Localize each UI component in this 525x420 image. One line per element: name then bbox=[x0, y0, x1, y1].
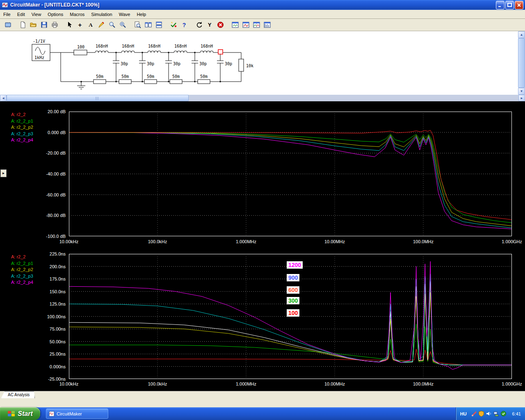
legend-a-r2-2-p4[interactable]: A: r2_2_p4 bbox=[11, 137, 33, 142]
menu-edit[interactable]: Edit bbox=[14, 11, 28, 18]
pane-expand-button[interactable]: ► bbox=[0, 169, 7, 177]
stop-icon bbox=[217, 21, 224, 28]
x-tick-label: 1.000MHz bbox=[231, 381, 261, 386]
toolbar-wire-button[interactable]: + bbox=[75, 20, 85, 30]
schematic-hscrollbar[interactable]: ◄ ► bbox=[0, 95, 525, 101]
legend-a-r2-2-p3[interactable]: A: r2_2_p3 bbox=[11, 131, 33, 136]
y-tick-label: 150.0ns bbox=[40, 289, 66, 294]
volume-icon[interactable] bbox=[486, 411, 492, 417]
minimize-button[interactable] bbox=[496, 1, 504, 9]
close-button[interactable] bbox=[515, 1, 523, 9]
save-icon bbox=[41, 21, 48, 28]
scroll-right-icon[interactable]: ► bbox=[518, 95, 525, 101]
tab-ac-analysis[interactable]: AC Analysis bbox=[1, 391, 35, 399]
toolbar-save-button[interactable] bbox=[39, 20, 49, 30]
circuitmaker-window: CircuitMaker - [UNTITLED.CKT* 100%] File… bbox=[0, 0, 525, 420]
scope-4-icon bbox=[264, 21, 271, 28]
title-bar: CircuitMaker - [UNTITLED.CKT* 100%] bbox=[0, 0, 525, 10]
language-indicator[interactable]: HU bbox=[460, 411, 467, 416]
toolbar-open-button[interactable] bbox=[28, 20, 39, 30]
menu-help[interactable]: Help bbox=[133, 11, 149, 18]
magnitude-plot[interactable] bbox=[69, 112, 512, 236]
task-button-circuitmaker[interactable]: CircuitMaker bbox=[46, 409, 108, 419]
toolbar-help-button[interactable]: ? bbox=[179, 20, 189, 30]
toolbar-scope-3-button[interactable] bbox=[251, 20, 262, 30]
toolbar-new-button[interactable] bbox=[17, 20, 28, 30]
maximize-button[interactable] bbox=[505, 1, 514, 9]
y-tick-label: -100.0 dB bbox=[40, 234, 66, 239]
schematic-canvas[interactable]: -1/1V1kHz100168nH168nH168nH168nH168nH30p… bbox=[0, 31, 525, 95]
legend-a-r2-2-p1[interactable]: A: r2_2_p1 bbox=[11, 261, 33, 266]
toolbar-zoom-select-button[interactable] bbox=[117, 20, 128, 30]
delay-annotation-1200[interactable]: 1200 bbox=[287, 261, 303, 269]
delay-annotation-100[interactable]: 100 bbox=[287, 309, 299, 317]
y-tick-label: 0.000ns bbox=[40, 364, 66, 369]
legend-a-r2-2-p3[interactable]: A: r2_2_p3 bbox=[11, 274, 33, 278]
toolbar-probe-y-button[interactable]: Y bbox=[204, 20, 215, 30]
toolbar-split-v-button[interactable] bbox=[153, 20, 164, 30]
menu-bar: FileEditViewOptionsMacrosSimulationWaveH… bbox=[0, 10, 525, 19]
scope-3-icon bbox=[253, 21, 260, 28]
legend-a-r2-2[interactable]: A: r2_2 bbox=[11, 254, 25, 259]
y-tick-label: -25.00ns bbox=[40, 377, 66, 381]
toolbar-scope-1-button[interactable] bbox=[230, 20, 240, 30]
start-label: Start bbox=[18, 410, 32, 418]
toolbar-probe-button[interactable] bbox=[96, 20, 107, 30]
clock[interactable]: 6:41 bbox=[512, 411, 521, 416]
zoom-fit-icon bbox=[134, 21, 141, 28]
menu-wave[interactable]: Wave bbox=[116, 11, 134, 18]
toolbar-zoom-button[interactable] bbox=[107, 20, 117, 30]
toolbar-scope-4-button[interactable] bbox=[262, 20, 272, 30]
y-tick-label: 50.00ns bbox=[40, 339, 66, 344]
scroll-left-icon[interactable]: ◄ bbox=[0, 95, 7, 101]
probe-node-marker[interactable] bbox=[218, 50, 223, 54]
trace-r2_2 bbox=[69, 349, 512, 365]
x-tick-label: 100.0kHz bbox=[143, 239, 172, 244]
y-tick-label: 0.000 dB bbox=[40, 130, 66, 135]
legend-a-r2-2-p2[interactable]: A: r2_2_p2 bbox=[11, 267, 33, 272]
trace-r2_2_p2 bbox=[69, 132, 512, 226]
trace-r2_2_p1 bbox=[69, 132, 512, 223]
scroll-down-icon[interactable]: ▼ bbox=[518, 88, 525, 95]
toolbar-scope-2-button[interactable] bbox=[240, 20, 251, 30]
menu-macros[interactable]: Macros bbox=[66, 11, 88, 18]
toolbar-simulate-button[interactable] bbox=[168, 20, 179, 30]
trace-r2_2_p3 bbox=[69, 132, 512, 228]
toolbar-split-h-button[interactable] bbox=[143, 20, 153, 30]
circuit-drawing[interactable]: -1/1V1kHz100168nH168nH168nH168nH168nH30p… bbox=[0, 31, 517, 95]
vscroll-thumb[interactable] bbox=[518, 38, 525, 88]
menu-view[interactable]: View bbox=[28, 11, 45, 18]
menu-simulation[interactable]: Simulation bbox=[88, 11, 115, 18]
toolbar-parts-button[interactable] bbox=[2, 20, 13, 30]
tray-antivirus-icon[interactable] bbox=[500, 411, 507, 417]
toolbar-rotate-button[interactable] bbox=[194, 20, 204, 30]
legend-a-r2-2-p1[interactable]: A: r2_2_p1 bbox=[11, 119, 33, 123]
delay-annotation-900[interactable]: 900 bbox=[287, 274, 299, 281]
svg-text:168nH: 168nH bbox=[174, 44, 187, 48]
legend-a-r2-2-p4[interactable]: A: r2_2_p4 bbox=[11, 280, 33, 285]
hscroll-thumb[interactable] bbox=[7, 95, 189, 101]
toolbar-cursor-button[interactable] bbox=[64, 20, 75, 30]
toolbar-zoom-fit-button[interactable] bbox=[132, 20, 143, 30]
legend-a-r2-2-p2[interactable]: A: r2_2_p2 bbox=[11, 125, 33, 130]
svg-text:168nH: 168nH bbox=[148, 44, 160, 48]
scroll-up-icon[interactable]: ▲ bbox=[518, 31, 525, 38]
y-tick-label: 100.00ns bbox=[40, 314, 66, 319]
legend-a-r2-2[interactable]: A: r2_2 bbox=[11, 112, 25, 117]
start-button[interactable]: Start bbox=[0, 407, 40, 420]
menu-file[interactable]: File bbox=[0, 11, 14, 18]
print-icon bbox=[51, 21, 58, 28]
x-tick-label: 1.000GHz bbox=[497, 239, 525, 244]
toolbar-print-button[interactable] bbox=[49, 20, 60, 30]
menu-options[interactable]: Options bbox=[44, 11, 66, 18]
tray-shield-icon[interactable] bbox=[478, 411, 484, 417]
tray-network-icon[interactable] bbox=[493, 411, 499, 417]
app-icon bbox=[2, 2, 8, 8]
delay-annotation-300[interactable]: 300 bbox=[287, 297, 299, 304]
schematic-vscrollbar[interactable]: ▲ ▼ bbox=[518, 31, 525, 95]
tray-app-icon[interactable] bbox=[471, 411, 477, 417]
toolbar-stop-button[interactable] bbox=[215, 20, 226, 30]
toolbar-text-button[interactable]: A bbox=[85, 20, 96, 30]
delay-annotation-600[interactable]: 600 bbox=[287, 286, 299, 294]
simulate-icon bbox=[170, 21, 177, 28]
